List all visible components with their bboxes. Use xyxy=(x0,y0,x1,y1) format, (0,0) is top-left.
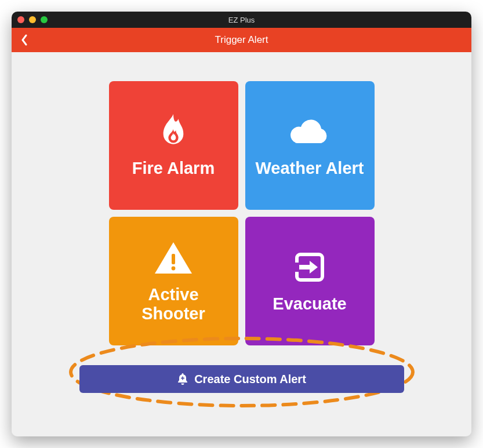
tile-evacuate[interactable]: Evacuate xyxy=(245,217,375,345)
chevron-left-icon xyxy=(21,34,28,46)
tile-active-shooter[interactable]: Active Shooter xyxy=(109,217,238,345)
tile-weather-alert[interactable]: Weather Alert xyxy=(245,81,375,210)
svg-point-1 xyxy=(172,266,176,270)
page-title: Trigger Alert xyxy=(12,34,471,46)
close-window-button[interactable] xyxy=(17,16,24,23)
app-window: EZ Plus Trigger Alert Fire Alarm xyxy=(12,12,471,436)
bell-plus-icon xyxy=(177,373,188,385)
traffic-lights xyxy=(17,16,48,23)
tile-label: Weather Alert xyxy=(256,159,364,178)
window-title: EZ Plus xyxy=(12,16,471,24)
svg-rect-6 xyxy=(181,378,184,379)
minimize-window-button[interactable] xyxy=(29,16,36,23)
tile-label: Active Shooter xyxy=(115,285,233,324)
warning-triangle-icon xyxy=(154,239,193,277)
tile-label: Evacuate xyxy=(273,294,346,314)
custom-alert-wrap: Create Custom Alert xyxy=(79,365,404,393)
exit-icon xyxy=(292,248,327,286)
alert-grid: Fire Alarm Weather Alert xyxy=(109,81,375,345)
tile-label: Fire Alarm xyxy=(132,159,215,178)
navbar: Trigger Alert xyxy=(12,28,471,52)
tile-fire-alarm[interactable]: Fire Alarm xyxy=(109,81,238,210)
content-area: Fire Alarm Weather Alert xyxy=(12,52,471,436)
svg-rect-0 xyxy=(172,254,175,264)
button-label: Create Custom Alert xyxy=(194,373,306,386)
create-custom-alert-button[interactable]: Create Custom Alert xyxy=(79,365,404,393)
cloud-icon xyxy=(288,112,332,151)
back-button[interactable] xyxy=(12,28,37,52)
zoom-window-button[interactable] xyxy=(41,16,48,23)
titlebar: EZ Plus xyxy=(12,12,471,28)
fire-icon xyxy=(158,112,188,151)
